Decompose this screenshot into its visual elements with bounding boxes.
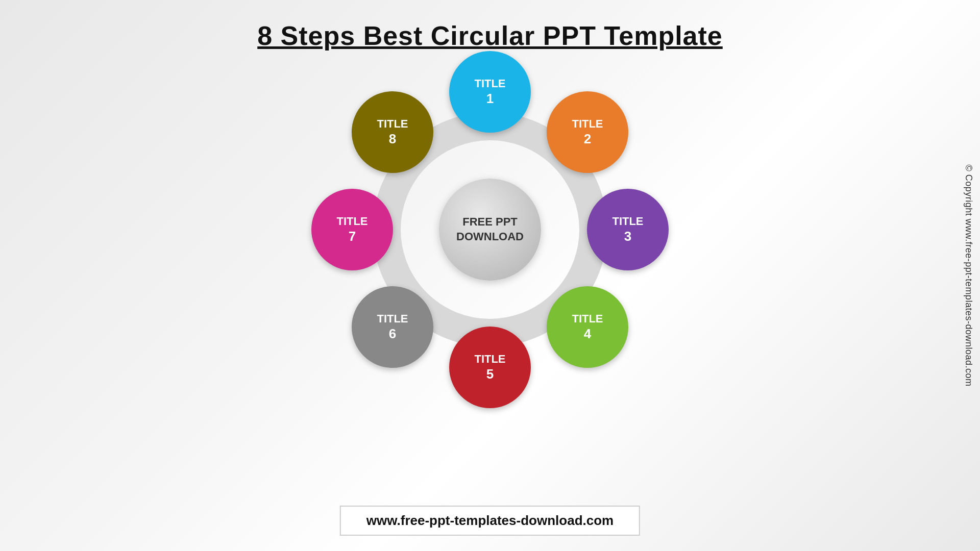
step-circle-3: TITLE3 [587, 189, 669, 270]
step-circle-2: TITLE2 [547, 91, 628, 173]
step-circle-6: TITLE6 [352, 286, 433, 368]
step-circle-7: TITLE7 [311, 189, 393, 270]
diagram-container: TITLE1 TITLE2 TITLE3 TITLE4 TITLE5 TITLE… [311, 51, 669, 408]
copyright-text: © Copyright www.free-ppt-templates-downl… [963, 165, 974, 387]
footer-url-bar: www.free-ppt-templates-download.com [340, 506, 640, 536]
center-circle: FREE PPTDOWNLOAD [439, 179, 541, 281]
center-text: FREE PPTDOWNLOAD [456, 215, 524, 244]
copyright-wrapper: © Copyright www.free-ppt-templates-downl… [949, 0, 980, 551]
step-circle-4: TITLE4 [547, 286, 628, 368]
step-circle-1: TITLE1 [449, 51, 531, 133]
page-title: 8 Steps Best Circular PPT Template [0, 0, 980, 51]
step-circle-8: TITLE8 [352, 91, 433, 173]
step-circle-5: TITLE5 [449, 327, 531, 408]
